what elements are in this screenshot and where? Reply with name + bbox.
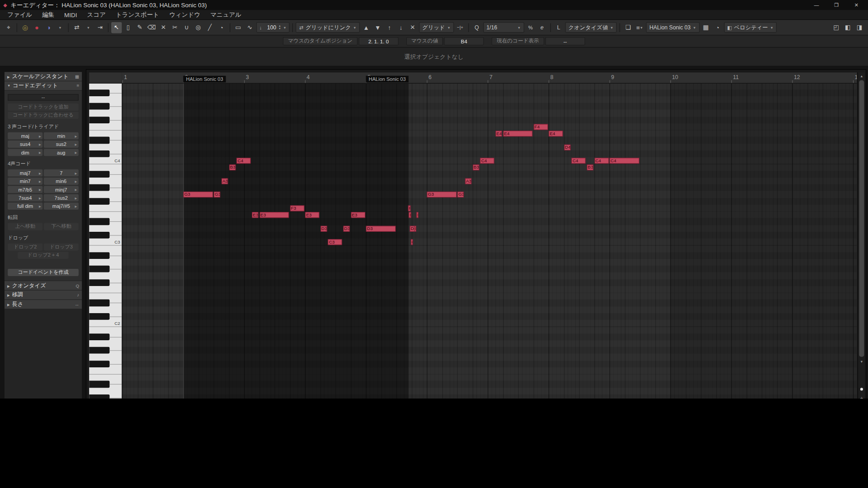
drop-button[interactable]: ドロップ2 — [8, 244, 42, 251]
window-layout-button[interactable]: ◰ — [831, 22, 841, 33]
piano-keyboard[interactable]: C4C3C2C1 — [89, 84, 122, 399]
tetrad-chord-button[interactable]: min7▶ — [8, 178, 42, 185]
autoscroll-settings-dropdown[interactable]: ▼ — [83, 22, 94, 33]
vertical-scrollbar[interactable]: ▲ ▼ + — [858, 72, 865, 399]
piano-key-white[interactable] — [89, 354, 122, 361]
midi-note[interactable]: E4 — [548, 131, 563, 136]
piano-key-white[interactable] — [89, 374, 122, 381]
insert-velocity-group[interactable]: ↓ 100 ▲▼ ▼ — [256, 22, 290, 33]
left-zone-toggle[interactable]: ◧ — [843, 22, 853, 33]
part-name-chip[interactable]: HALion Sonic 03 — [183, 76, 226, 83]
vertical-zoom-plus[interactable]: + — [858, 396, 865, 399]
timewarp-tool-button[interactable]: ◔ — [216, 22, 226, 33]
midi-note[interactable]: E3 — [305, 212, 320, 218]
midi-input-dropdown[interactable]: ▼ — [55, 22, 65, 33]
piano-key-white[interactable] — [89, 225, 122, 232]
piano-key-white[interactable] — [89, 259, 122, 266]
active-part-selector[interactable]: HALion Sonic 03 ▼ — [646, 22, 699, 33]
triad-chord-button[interactable]: min▶ — [44, 132, 79, 140]
piano-key-black[interactable] — [89, 300, 109, 306]
chord-track-button-2[interactable]: コードトラックに合わせる — [8, 112, 79, 119]
piano-key-white[interactable] — [89, 96, 122, 103]
midi-note[interactable]: E4 — [503, 131, 533, 136]
insert-velocity-stepper[interactable]: ▲▼ — [278, 25, 281, 30]
chord-track-button-1[interactable]: コードトラックを追加 — [8, 103, 79, 111]
midi-note[interactable]: A3 — [465, 178, 472, 184]
midi-note[interactable]: E3 — [416, 212, 419, 218]
midi-note[interactable]: B3 — [472, 164, 479, 170]
pin-editor-button[interactable]: ⌖ — [3, 22, 14, 33]
length-quantize-icon-button[interactable]: L — [553, 22, 564, 33]
midi-note[interactable]: D4 — [564, 144, 571, 150]
tetrad-chord-button[interactable]: maj7▶ — [8, 169, 42, 177]
piano-key-white[interactable] — [89, 110, 122, 117]
record-in-editor-button[interactable]: ● — [32, 22, 42, 33]
menu-item-1[interactable]: ファイル — [2, 10, 37, 19]
draw-tool-button[interactable]: ✎ — [135, 22, 145, 33]
menu-item-5[interactable]: トランスポート — [111, 10, 164, 19]
inversion-button[interactable]: 上へ移動 — [8, 223, 42, 230]
quantize-panel-button[interactable]: e — [537, 22, 547, 33]
inspector-section-transpose[interactable]: ▶移調♪ — [5, 291, 82, 300]
piano-key-black[interactable] — [89, 361, 109, 367]
range-tool-button[interactable]: ▯ — [123, 22, 133, 33]
minimize-button[interactable]: — — [811, 2, 823, 8]
piano-key-white[interactable] — [89, 84, 122, 89]
piano-key-white[interactable] — [89, 144, 122, 150]
piano-key-black[interactable] — [89, 313, 109, 320]
autoscroll-button[interactable]: ⇄ — [71, 22, 82, 33]
length-quantize-dropdown[interactable]: クオンタイズ値 ▼ — [565, 22, 617, 33]
piano-key-white[interactable] — [89, 245, 122, 252]
inspector-section-scale[interactable]: ▶スケールアシスタント▦ — [5, 72, 82, 81]
piano-key-white[interactable] — [89, 130, 122, 137]
piano-key-white[interactable] — [89, 205, 122, 211]
mute-tool-button[interactable]: ✕ — [158, 22, 169, 33]
note-expression-button[interactable]: ▭ — [233, 22, 243, 33]
midi-note[interactable]: F4 — [533, 124, 548, 130]
piano-key-white[interactable] — [89, 340, 122, 347]
midi-note[interactable]: B3 — [229, 164, 236, 170]
menu-item-2[interactable]: 編集 — [37, 10, 59, 19]
length-link-grid-dropdown[interactable]: ⇄ グリッドにリンク ▼ — [296, 22, 359, 33]
select-tool-button[interactable]: ↖ — [111, 22, 122, 33]
piano-key-black[interactable] — [89, 347, 109, 354]
quantize-preset-dropdown[interactable]: 1/16 ▼ — [483, 22, 524, 33]
tetrad-chord-button[interactable]: 7sus4▶ — [8, 194, 42, 202]
piano-key-black[interactable] — [89, 184, 109, 191]
midi-note[interactable]: D3 — [414, 225, 416, 231]
vertical-scroll-thumb[interactable] — [859, 80, 864, 357]
midi-note[interactable]: D3 — [343, 225, 350, 231]
midi-note[interactable]: C4 — [236, 158, 251, 164]
midi-note[interactable]: E4 — [495, 131, 502, 136]
piano-key-white[interactable] — [89, 272, 122, 279]
piano-key-white[interactable] — [89, 178, 122, 184]
tetrad-chord-button[interactable]: maj7/#5▶ — [44, 202, 79, 210]
midi-note[interactable]: G3 — [427, 192, 457, 197]
midi-note[interactable]: C4 — [609, 158, 639, 164]
piano-key-black[interactable] — [89, 117, 109, 123]
piano-key-black[interactable] — [89, 137, 109, 144]
infoline-value[interactable]: 2. 1. 1. 0 — [359, 37, 398, 45]
menu-item-7[interactable]: マニュアル — [205, 10, 246, 19]
infoline-value[interactable]: -- — [545, 37, 585, 45]
piano-key-white[interactable] — [89, 367, 122, 374]
tetrad-chord-button[interactable]: full dim▶ — [8, 202, 42, 210]
triad-chord-button[interactable]: sus2▶ — [44, 141, 79, 148]
scroll-down-button[interactable]: ▼ — [858, 358, 865, 364]
right-zone-toggle[interactable]: ◨ — [854, 22, 864, 33]
piano-key-black[interactable] — [89, 218, 109, 225]
zoom-tool-button[interactable]: ◎ — [193, 22, 203, 33]
tetrad-chord-button[interactable]: 7▶ — [44, 169, 79, 177]
midi-note[interactable]: C3 — [328, 239, 342, 245]
quantize-icon-button[interactable]: Q — [472, 22, 482, 33]
nudge-down-button[interactable]: ▼ — [373, 22, 383, 33]
snap-toggle-button[interactable]: ✕ — [407, 22, 418, 33]
close-button[interactable]: ✕ — [850, 2, 863, 8]
menu-item-6[interactable]: ウィンドウ — [164, 10, 205, 19]
create-chord-event-button[interactable]: コードイベントを作成 — [8, 269, 79, 276]
nudge-up-button[interactable]: ▲ — [361, 22, 371, 33]
piano-key-white[interactable] — [89, 191, 122, 198]
piano-key-white[interactable] — [89, 388, 122, 394]
piano-key-white[interactable] — [89, 293, 122, 300]
tetrad-chord-button[interactable]: 7sus2▶ — [44, 194, 79, 202]
